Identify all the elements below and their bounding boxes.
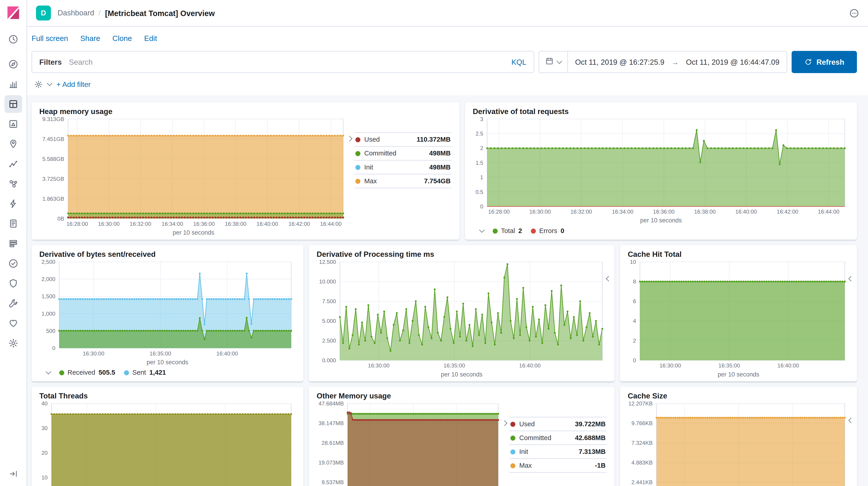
cache-hit-chart[interactable]: 024681016:30:0016:35:0016:40:00 per 10 s… <box>628 259 849 379</box>
space-badge[interactable]: D <box>36 5 51 20</box>
search-input[interactable] <box>69 58 504 66</box>
heap-chart-canvas[interactable]: 0B1.863GB3.725GB5.588GB7.451GB9.313GB16:… <box>39 116 348 229</box>
sidebar-item-siem[interactable] <box>4 274 22 292</box>
legend-value: 0 <box>561 227 564 235</box>
requests-legend: Total 2 Errors 0 <box>473 225 849 238</box>
legend-collapse-icon[interactable] <box>479 227 485 233</box>
sidebar-item-maps[interactable] <box>4 135 22 153</box>
panel-title: Derivative of bytes sent/received <box>39 250 296 259</box>
total-requests-chart[interactable]: 00.511.522.5316:28:0016:30:0016:32:0016:… <box>473 116 849 225</box>
legend-item-committed[interactable]: Committed 498MB <box>354 147 452 160</box>
legend-value: 7.313MB <box>579 448 606 455</box>
date-from[interactable]: Oct 11, 2019 @ 16:27:25.9 <box>568 58 672 66</box>
sidebar-item-dev-tools[interactable] <box>4 294 22 312</box>
cache-hit-chart-canvas[interactable]: 024681016:30:0016:35:0016:40:00 <box>628 259 849 370</box>
share-link[interactable]: Share <box>80 34 100 43</box>
legend-expand-button[interactable] <box>849 273 853 283</box>
legend-expand-button[interactable] <box>607 273 611 283</box>
refresh-label: Refresh <box>816 58 844 66</box>
cache-size-chart[interactable]: 0B2.441KB4.883KB7.324KB9.766KB12.207KB16… <box>628 400 849 486</box>
refresh-button[interactable]: Refresh <box>792 51 857 73</box>
svg-text:38.147MB: 38.147MB <box>319 420 344 426</box>
total-threads-chart[interactable]: 01020304016:30:0016:35:0016:40:00 per 10… <box>39 400 296 486</box>
svg-text:2: 2 <box>633 338 636 344</box>
processing-chart-canvas[interactable]: 0.0002.5005.0007.50010.00012.50016:30:00… <box>316 259 607 370</box>
panel-title: Cache Hit Total <box>628 250 849 259</box>
breadcrumb-separator: / <box>99 9 101 17</box>
requests-chart-canvas[interactable]: 00.511.522.5316:28:0016:30:0016:32:0016:… <box>473 116 849 216</box>
svg-text:16:30:00: 16:30:00 <box>368 362 390 369</box>
sidebar-item-management[interactable] <box>4 334 22 352</box>
query-bar: Filters KQL <box>31 51 534 73</box>
svg-text:16:30:00: 16:30:00 <box>98 221 120 227</box>
legend-expand-button[interactable] <box>849 415 853 424</box>
legend-item-sent[interactable]: Sent 1,421 <box>124 369 166 376</box>
legend-item-max[interactable]: Max -1B <box>509 459 607 473</box>
legend-item-init[interactable]: Init 7.313MB <box>509 445 607 459</box>
filter-options-gear-icon[interactable] <box>34 80 43 88</box>
other-memory-chart-canvas[interactable]: 0B9.537MB19.073MB28.61MB38.147MB47.684MB… <box>316 400 502 486</box>
svg-text:9.313GB: 9.313GB <box>42 116 64 122</box>
cache-size-chart-canvas[interactable]: 0B2.441KB4.883KB7.324KB9.766KB12.207KB16… <box>628 400 849 486</box>
legend-expand-icon[interactable] <box>502 420 507 426</box>
legend-name: Init <box>519 448 528 455</box>
bytes-chart[interactable]: 05001,0001,5002,0002,50016:30:0016:35:00… <box>39 259 296 367</box>
legend-name: Max <box>364 177 377 185</box>
svg-text:7.324KB: 7.324KB <box>631 440 653 446</box>
bytes-chart-canvas[interactable]: 05001,0001,5002,0002,50016:30:0016:35:00… <box>39 259 296 358</box>
legend-item-used[interactable]: Used 39.722MB <box>509 418 607 431</box>
sidebar-item-dashboard[interactable] <box>4 95 22 113</box>
panel-processing-time: Derivative of Processing time ms 0.0002.… <box>309 245 614 382</box>
legend-item-max[interactable]: Max 7.754GB <box>354 175 452 188</box>
legend-expand-icon[interactable] <box>347 136 352 142</box>
legend-item-total[interactable]: Total 2 <box>493 227 522 235</box>
legend-item-init[interactable]: Init 498MB <box>354 160 452 174</box>
svg-text:16:44:00: 16:44:00 <box>818 209 839 215</box>
threads-chart-canvas[interactable]: 01020304016:30:0016:35:0016:40:00 <box>39 400 296 486</box>
svg-text:10: 10 <box>41 475 48 481</box>
sidebar-item-uptime[interactable] <box>4 254 22 272</box>
legend-item-errors[interactable]: Errors 0 <box>531 227 564 235</box>
full-screen-link[interactable]: Full screen <box>31 34 68 43</box>
legend-item-committed[interactable]: Committed 42.688MB <box>509 431 607 445</box>
clone-link[interactable]: Clone <box>113 34 132 43</box>
filter-options-caret-icon[interactable] <box>47 81 52 86</box>
series-dot <box>493 228 498 233</box>
sidebar-item-machine-learning[interactable] <box>4 155 22 173</box>
date-to[interactable]: Oct 11, 2019 @ 16:44:47.09 <box>679 58 787 66</box>
other-memory-chart[interactable]: 0B9.537MB19.073MB28.61MB38.147MB47.684MB… <box>316 400 502 486</box>
filters-button[interactable]: Filters <box>32 58 69 66</box>
svg-text:7.451GB: 7.451GB <box>42 136 64 142</box>
sidebar-item-metrics[interactable] <box>4 235 22 252</box>
svg-text:16:32:00: 16:32:00 <box>570 209 592 215</box>
page-title: [Metricbeat Tomcat] Overview <box>105 9 215 18</box>
legend-item-used[interactable]: Used 110.372MB <box>354 133 452 147</box>
sidebar-item-visualize[interactable] <box>4 75 22 93</box>
legend-name: Committed <box>519 434 552 442</box>
svg-text:16:35:00: 16:35:00 <box>150 351 171 357</box>
sidebar-item-monitoring[interactable] <box>4 314 22 332</box>
legend-item-received[interactable]: Received 505.5 <box>59 369 115 376</box>
heap-memory-chart[interactable]: 0B1.863GB3.725GB5.588GB7.451GB9.313GB16:… <box>39 116 348 237</box>
add-filter-link[interactable]: + Add filter <box>57 80 91 88</box>
collapse-nav-icon[interactable] <box>5 465 22 482</box>
svg-text:16:38:00: 16:38:00 <box>225 221 246 227</box>
breadcrumb-dashboard[interactable]: Dashboard <box>58 9 94 17</box>
legend-name: Sent <box>132 369 146 376</box>
sidebar-item-recent[interactable] <box>4 31 22 48</box>
processing-time-chart[interactable]: 0.0002.5005.0007.50010.00012.50016:30:00… <box>316 259 607 379</box>
svg-text:10: 10 <box>630 259 636 265</box>
sidebar-item-graph[interactable] <box>4 175 22 192</box>
kql-toggle[interactable]: KQL <box>504 58 533 66</box>
sidebar-item-logs[interactable] <box>4 215 22 232</box>
sidebar-item-discover[interactable] <box>4 55 22 73</box>
legend-collapse-icon[interactable] <box>46 369 51 374</box>
svg-text:0.5: 0.5 <box>476 189 483 195</box>
calendar-button[interactable] <box>539 52 567 72</box>
options-icon[interactable] <box>849 8 859 18</box>
kibana-logo[interactable] <box>5 5 21 20</box>
edit-link[interactable]: Edit <box>144 34 157 43</box>
filter-controls-row: + Add filter <box>27 73 868 95</box>
sidebar-item-apm[interactable] <box>4 195 22 212</box>
sidebar-item-canvas[interactable] <box>4 115 22 133</box>
